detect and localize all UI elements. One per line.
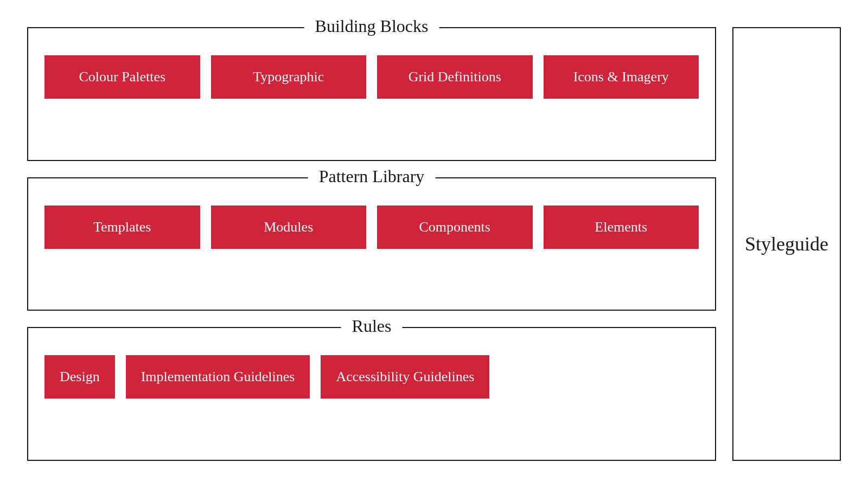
pattern-library-title: Pattern Library [308,166,436,187]
main-container: Building Blocks Colour Palettes Typograp… [16,16,852,472]
rules-title: Rules [341,316,403,336]
pattern-library-items: Templates Modules Components Elements [44,206,699,249]
modules-tile[interactable]: Modules [211,206,367,249]
templates-tile[interactable]: Templates [44,206,200,249]
pattern-library-group: Pattern Library Templates Modules Compon… [27,177,716,311]
building-blocks-title: Building Blocks [304,16,439,36]
styleguide-box: Styleguide [732,27,841,461]
building-blocks-items: Colour Palettes Typographic Grid Definit… [44,55,699,99]
building-blocks-group: Building Blocks Colour Palettes Typograp… [27,27,716,161]
left-section: Building Blocks Colour Palettes Typograp… [27,27,716,461]
rules-group: Rules Design Implementation Guidelines A… [27,327,716,461]
design-tile[interactable]: Design [44,355,115,399]
rules-items: Design Implementation Guidelines Accessi… [44,355,699,399]
components-tile[interactable]: Components [377,206,533,249]
colour-palettes-tile[interactable]: Colour Palettes [44,55,200,99]
implementation-guidelines-tile[interactable]: Implementation Guidelines [126,355,310,399]
elements-tile[interactable]: Elements [544,206,699,249]
icons-imagery-tile[interactable]: Icons & Imagery [544,55,699,99]
styleguide-label: Styleguide [745,233,828,255]
accessibility-guidelines-tile[interactable]: Accessibility Guidelines [321,355,489,399]
grid-definitions-tile[interactable]: Grid Definitions [377,55,533,99]
typographic-tile[interactable]: Typographic [211,55,367,99]
